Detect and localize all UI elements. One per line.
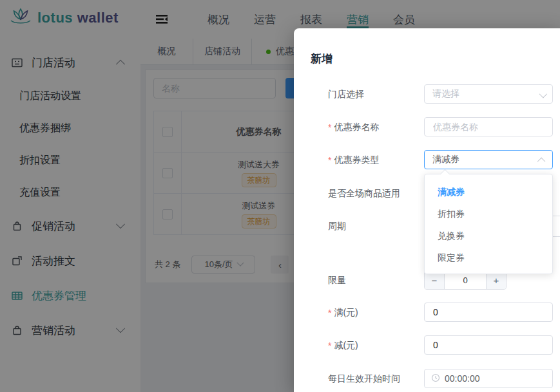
clock-icon — [431, 373, 440, 384]
full-amount-input[interactable] — [424, 303, 553, 322]
field-label-all-products: 是否全场商品适用 — [328, 188, 400, 200]
app-window: lotus wallet 概况 运营 报表 营销 会员 — [0, 0, 560, 392]
field-label-full-amount: * 满(元) — [328, 307, 358, 319]
field-label-cycle: 周期 — [328, 221, 346, 232]
coupon-name-input[interactable] — [424, 117, 553, 136]
add-coupon-modal: 新增 门店选择 请选择 * 优惠券名称 * 优惠券类型 满减券 是否全场商品适用… — [294, 28, 560, 392]
field-label-coupon-type: * 优惠券类型 — [328, 154, 379, 166]
chevron-up-icon — [537, 158, 546, 166]
dropdown-option-limited[interactable]: 限定券 — [425, 247, 552, 269]
field-label-store: 门店选择 — [328, 89, 364, 100]
required-asterisk: * — [328, 308, 331, 318]
dropdown-option-full-reduction[interactable]: 满减券 — [425, 182, 552, 203]
modal-title: 新增 — [311, 51, 333, 66]
field-label-reduce-amount: * 减(元) — [328, 340, 358, 351]
coupon-type-select[interactable]: 满减券 — [424, 150, 553, 169]
field-label-daily-start-time: 每日生效开始时间 — [328, 373, 400, 385]
field-label-limit: 限量 — [328, 275, 346, 286]
required-asterisk: * — [328, 341, 331, 351]
daily-start-time-picker[interactable]: 00:00:00 — [424, 369, 553, 388]
store-select[interactable]: 请选择 — [424, 84, 553, 104]
dropdown-option-exchange[interactable]: 兑换券 — [425, 225, 552, 247]
coupon-type-dropdown: 满减券 折扣券 兑换券 限定券 — [424, 174, 553, 274]
required-asterisk: * — [328, 122, 331, 133]
field-label-coupon-name: * 优惠券名称 — [328, 122, 379, 133]
dropdown-option-discount[interactable]: 折扣券 — [425, 203, 552, 225]
chevron-down-icon — [539, 90, 548, 98]
reduce-amount-input[interactable] — [424, 335, 553, 355]
required-asterisk: * — [328, 155, 331, 165]
